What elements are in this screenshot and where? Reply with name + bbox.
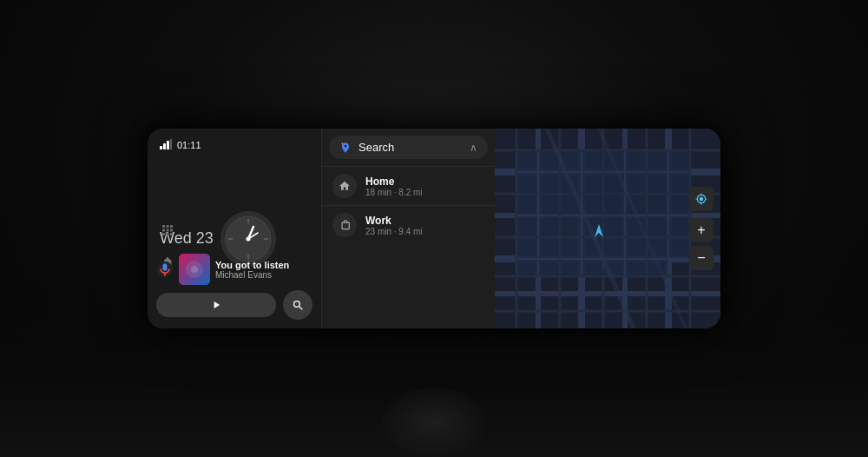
- svg-rect-74: [517, 260, 537, 275]
- nav-item-home[interactable]: Home 18 min · 8.2 mi: [322, 166, 495, 205]
- android-auto-display: 01:11 Wed 23: [148, 129, 720, 328]
- search-bar-text: Search: [358, 141, 463, 154]
- work-icon: [339, 219, 351, 231]
- svg-rect-47: [626, 173, 646, 193]
- nav-home-label: Home: [365, 176, 484, 188]
- zoom-out-icon: −: [697, 250, 705, 266]
- svg-rect-64: [648, 216, 667, 236]
- svg-rect-59: [539, 216, 559, 236]
- svg-rect-73: [669, 238, 689, 258]
- signal-icon: [160, 139, 172, 151]
- svg-rect-0: [160, 146, 162, 149]
- nav-work-sub: 23 min · 9.4 mi: [365, 227, 484, 236]
- media-controls: [156, 290, 312, 320]
- svg-rect-70: [604, 238, 624, 258]
- track-info: You got to listen Michael Evans: [215, 260, 312, 280]
- status-time: 01:11: [177, 140, 201, 150]
- svg-rect-45: [582, 173, 602, 193]
- nav-home-sub: 18 min · 8.2 mi: [365, 188, 484, 197]
- map-controls: + −: [689, 187, 713, 270]
- zoom-in-button[interactable]: +: [689, 218, 713, 242]
- svg-rect-50: [517, 195, 537, 215]
- nav-search-bar[interactable]: Search ∧: [329, 136, 488, 159]
- map-svg: [495, 129, 720, 328]
- svg-rect-66: [517, 238, 537, 258]
- svg-rect-51: [539, 195, 559, 215]
- media-section: You got to listen Michael Evans: [156, 254, 312, 320]
- nav-work-details: Work 23 min · 9.4 mi: [365, 215, 484, 236]
- svg-rect-58: [517, 216, 537, 236]
- play-icon: [210, 299, 222, 311]
- svg-rect-2: [167, 141, 169, 149]
- play-button[interactable]: [156, 293, 276, 317]
- svg-rect-43: [539, 173, 559, 193]
- svg-point-14: [342, 142, 343, 143]
- svg-rect-1: [163, 143, 166, 149]
- svg-rect-76: [561, 260, 581, 275]
- svg-rect-57: [669, 195, 689, 215]
- navigation-panel: Search ∧ Home 18 min · 8.2 mi Work: [321, 129, 495, 328]
- track-title: You got to listen: [215, 260, 312, 270]
- svg-rect-54: [604, 195, 624, 215]
- svg-rect-68: [561, 238, 581, 258]
- svg-rect-67: [539, 238, 559, 258]
- svg-rect-48: [648, 173, 667, 193]
- map-panel: + −: [495, 129, 720, 328]
- svg-rect-40: [648, 151, 667, 171]
- home-icon-container: [332, 174, 357, 198]
- svg-rect-75: [539, 260, 559, 275]
- svg-rect-34: [517, 151, 537, 171]
- home-icon: [339, 180, 351, 192]
- apps-grid[interactable]: [160, 222, 175, 242]
- svg-rect-53: [582, 195, 602, 215]
- location-icon: [695, 193, 707, 205]
- svg-rect-60: [561, 216, 581, 236]
- nav-work-label: Work: [365, 215, 484, 227]
- svg-rect-56: [648, 195, 667, 215]
- zoom-out-button[interactable]: −: [689, 246, 713, 270]
- left-panel: 01:11 Wed 23: [148, 129, 321, 328]
- svg-rect-49: [669, 173, 689, 193]
- svg-rect-41: [669, 151, 689, 171]
- svg-rect-65: [669, 216, 689, 236]
- status-bar: 01:11: [160, 139, 312, 151]
- svg-point-11: [246, 237, 250, 242]
- mic-icon: [156, 261, 174, 278]
- nav-home-details: Home 18 min · 8.2 mi: [365, 176, 484, 197]
- work-icon-container: [332, 213, 357, 237]
- svg-rect-39: [626, 151, 646, 171]
- svg-rect-3: [170, 139, 172, 149]
- location-button[interactable]: [689, 187, 713, 211]
- zoom-in-icon: +: [697, 222, 705, 238]
- chevron-up-icon: ∧: [470, 142, 477, 154]
- svg-rect-71: [626, 238, 646, 258]
- svg-rect-37: [582, 151, 602, 171]
- svg-rect-42: [517, 173, 537, 193]
- media-info-row: You got to listen Michael Evans: [156, 254, 312, 285]
- album-art: [179, 254, 210, 285]
- svg-rect-62: [604, 216, 624, 236]
- svg-rect-79: [626, 260, 646, 275]
- maps-pin-icon: [339, 142, 352, 154]
- search-icon: [292, 299, 305, 312]
- svg-rect-77: [582, 260, 602, 275]
- nav-item-work[interactable]: Work 23 min · 9.4 mi: [322, 205, 495, 244]
- track-artist: Michael Evans: [215, 270, 312, 280]
- apps-icon: [160, 222, 175, 238]
- search-button[interactable]: [283, 290, 312, 320]
